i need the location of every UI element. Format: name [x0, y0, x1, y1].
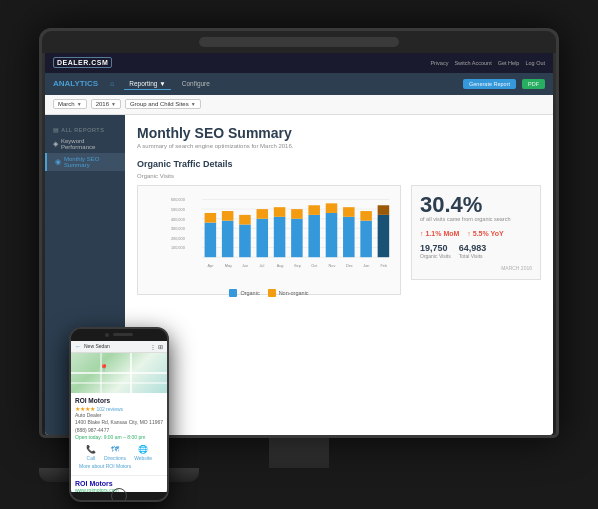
svg-rect-31 [378, 214, 390, 256]
month-arrow: ▼ [77, 101, 82, 107]
chart-container: 600,000 500,000 400,000 300,000 200,000 … [137, 185, 401, 295]
pdf-btn[interactable]: PDF [522, 79, 545, 89]
total-visits-stat: 64,983 Total Visits [459, 243, 487, 259]
phone-search-bar[interactable]: ← New Sedan ⋮ ⊞ [71, 341, 167, 353]
organic-visits-stat: 19,750 Organic Visits [420, 243, 451, 259]
svg-rect-18 [257, 209, 269, 219]
configure-menu[interactable]: Configure [177, 78, 215, 89]
svg-text:Sep: Sep [294, 263, 301, 267]
top-bar: DEALER.CSM Privacy Switch Account Get He… [45, 53, 553, 73]
svg-text:Aug: Aug [277, 263, 284, 267]
svg-rect-21 [291, 218, 303, 256]
svg-text:📍: 📍 [99, 363, 109, 373]
svg-rect-25 [326, 212, 338, 256]
mom-change: ↑ 1.1% MoM [420, 230, 459, 237]
mom-arrow: ↑ [420, 230, 424, 237]
svg-rect-17 [257, 218, 269, 256]
svg-text:Feb: Feb [381, 263, 388, 267]
monitor-wrapper: DEALER.CSM Privacy Switch Account Get He… [39, 28, 559, 482]
stats-panel: 30.4% of all visits came from organic se… [411, 185, 541, 280]
svg-text:400,000: 400,000 [171, 217, 185, 221]
organic-title[interactable]: ROI Motors [75, 480, 163, 487]
call-btn[interactable]: 📞 Call [86, 445, 96, 461]
svg-rect-27 [343, 216, 355, 256]
stat-date: MARCH 2016 [420, 265, 532, 271]
monitor-bezel [42, 31, 556, 53]
call-icon: 📞 [86, 445, 96, 454]
phone-back-icon: ← [75, 343, 82, 350]
section-title: Organic Traffic Details [137, 159, 541, 169]
phone-grid-icon: ⊞ [158, 343, 163, 350]
page-title: Monthly SEO Summary [137, 125, 541, 141]
svg-text:May: May [225, 263, 232, 267]
svg-text:Jan: Jan [363, 263, 369, 267]
svg-rect-15 [239, 224, 251, 257]
phone-map[interactable]: 📍 [71, 353, 167, 393]
phone-camera [105, 333, 109, 337]
phone-business-card: ROI Motors ★★★★ 102 reviews Auto Dealer … [71, 393, 167, 473]
switch-account-link[interactable]: Switch Account [454, 60, 491, 66]
svg-rect-26 [326, 203, 338, 213]
app-logo: DEALER.CSM [53, 57, 112, 68]
phone-home-button[interactable] [111, 488, 127, 502]
section-subtitle: Organic Visits [137, 173, 541, 179]
business-type: Auto Dealer [75, 412, 163, 420]
svg-rect-24 [308, 205, 320, 215]
organic-total-row: 19,750 Organic Visits 64,983 Total Visit… [420, 243, 532, 259]
svg-rect-30 [360, 211, 372, 221]
big-stat-number: 30.4% [420, 194, 532, 216]
svg-rect-13 [222, 220, 234, 257]
sidebar-item-keyword[interactable]: ◈ Keyword Performance [45, 135, 125, 153]
map-roads: 📍 [71, 353, 167, 393]
yoy-change: ↑ 5.5% YoY [467, 230, 503, 237]
website-btn[interactable]: 🌐 Website [134, 445, 152, 461]
generate-report-btn[interactable]: Generate Report [463, 79, 516, 89]
business-name: ROI Motors [75, 397, 163, 404]
directions-icon: 🗺 [111, 445, 119, 454]
svg-text:Oct: Oct [311, 263, 318, 267]
business-phone: (888) 987-4477 [75, 427, 163, 435]
year-select[interactable]: 2016 ▼ [91, 99, 121, 109]
stats-changes-row: ↑ 1.1% MoM ↑ 5.5% YoY [420, 230, 532, 237]
analytics-logo: ANALYTICS [53, 79, 98, 88]
device-group: DEALER.CSM Privacy Switch Account Get He… [39, 28, 559, 482]
nav-bar: ANALYTICS ⌂ Reporting ▼ Configure Genera… [45, 73, 553, 95]
sidebar-item-seo-summary[interactable]: ◉ Monthly SEO Summary [45, 153, 125, 171]
monitor-stand-neck [269, 438, 329, 468]
legend-nonorganic: Non-organic [268, 289, 309, 297]
filter-bar: March ▼ 2016 ▼ Group and Child Sites ▼ [45, 95, 553, 115]
business-address: 1400 Blake Rd, Kansas City, MO 11967 [75, 419, 163, 427]
yoy-arrow: ↑ [467, 230, 471, 237]
svg-rect-16 [239, 214, 251, 224]
month-select[interactable]: March ▼ [53, 99, 87, 109]
legend-organic: Organic [229, 289, 259, 297]
phone-action-buttons: 📞 Call 🗺 Directions 🌐 Website [75, 445, 163, 461]
chart-legend: Organic Non-organic [144, 289, 394, 297]
reporting-menu[interactable]: Reporting ▼ [124, 78, 170, 90]
get-help-link[interactable]: Get Help [498, 60, 520, 66]
home-icon[interactable]: ⌂ [110, 80, 114, 87]
phone-top-bar [71, 329, 167, 341]
bar-organic-apr [205, 222, 217, 257]
business-rating: ★★★★ 102 reviews [75, 405, 163, 412]
svg-text:Nov: Nov [329, 263, 336, 267]
svg-text:Jul: Jul [259, 263, 264, 267]
group-select[interactable]: Group and Child Sites ▼ [125, 99, 201, 109]
chart-wrapper: 600,000 500,000 400,000 300,000 200,000 … [137, 185, 401, 295]
more-about-link[interactable]: More about ROI Motors [75, 463, 163, 469]
svg-rect-22 [291, 209, 303, 219]
keyword-icon: ◈ [53, 140, 58, 148]
address-bar [199, 37, 399, 47]
phone-home-bar [71, 492, 167, 500]
phone-speaker [113, 333, 133, 336]
top-bar-links: Privacy Switch Account Get Help Log Out [430, 60, 545, 66]
svg-text:Jun: Jun [242, 263, 248, 267]
bar-nonorganic-apr [205, 212, 217, 222]
log-out-link[interactable]: Log Out [525, 60, 545, 66]
business-hours: Open today: 9:00 am – 8:00 pm [75, 434, 163, 442]
directions-btn[interactable]: 🗺 Directions [104, 445, 126, 461]
svg-text:600,000: 600,000 [171, 198, 185, 202]
privacy-link[interactable]: Privacy [430, 60, 448, 66]
all-reports-icon: ▤ [53, 127, 60, 133]
svg-rect-29 [360, 220, 372, 257]
